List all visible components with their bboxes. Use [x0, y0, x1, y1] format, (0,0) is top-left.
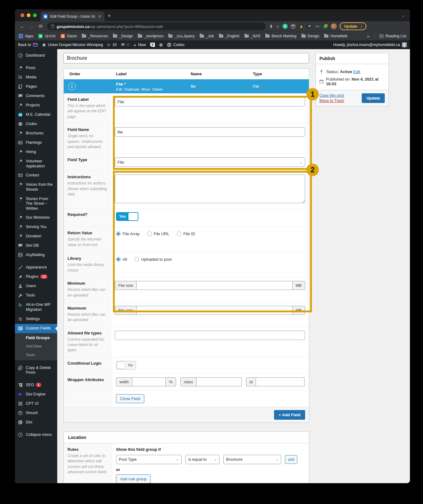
kebab-menu-icon[interactable]: ⋮ [360, 24, 364, 29]
sidebar-item-m-e-calendar[interactable]: M.E. Calendar [15, 110, 57, 119]
sidebar-item-users[interactable]: Users [15, 282, 57, 291]
sidebar-item-acymailing[interactable]: AcyMailing [15, 250, 57, 260]
bookmark-item[interactable]: _wordpress [138, 34, 163, 38]
sidebar-item-smush[interactable]: Smush [15, 408, 57, 418]
media-extension-icon[interactable]: O [307, 24, 312, 29]
sidebar-item-add-new[interactable]: Add New [15, 342, 57, 351]
sidebar-item-tools[interactable]: Tools [15, 351, 57, 360]
bookmarks-overflow-icon[interactable]: » [367, 34, 369, 39]
sidebar-item-seo[interactable]: YSEO 1 [15, 380, 57, 390]
move-field-link[interactable]: Move [142, 87, 150, 91]
devtools-extension-icon[interactable]: </> [315, 24, 320, 29]
field-type-select[interactable]: File⌄ [115, 157, 305, 167]
new-tab-button[interactable]: + [108, 13, 111, 19]
bookmark-star-icon[interactable]: ☆ [276, 24, 280, 29]
howdy-account-item[interactable]: Howdy, jinchul.moon@myhomefield.ca [333, 42, 407, 47]
screenshot-extension-icon[interactable]: 📷 [291, 24, 296, 29]
copy-this-post-link[interactable]: Copy this post [319, 93, 344, 98]
sidebar-item-copy-delete-posts[interactable]: Copy & Delete Posts [15, 363, 57, 377]
sidebar-item-donation[interactable]: Donation [15, 232, 57, 241]
new-content-item[interactable]: +New [133, 42, 146, 48]
sidebar-item-media[interactable]: Media [15, 73, 57, 82]
add-and-rule-button[interactable]: and [285, 455, 297, 464]
bookmark-item[interactable]: _Resources [82, 34, 108, 38]
yoast-seo-item[interactable]: Y [150, 43, 155, 47]
edit-field-link[interactable]: Edit [116, 87, 122, 91]
chrome-update-button[interactable]: Update⋮ [340, 22, 366, 30]
sidebar-item-plugins[interactable]: Plugins 13 [15, 272, 57, 282]
sidebar-item-tools[interactable]: Tools [15, 291, 57, 300]
add-field-button[interactable]: + Add Field [274, 410, 305, 420]
wrapper-id-input[interactable] [256, 377, 304, 386]
password-extension-icon[interactable]: 🔒 [299, 24, 304, 29]
field-name-input[interactable] [115, 127, 305, 137]
close-field-button[interactable]: Close Field [116, 394, 144, 403]
rule-value-select[interactable]: Brochure⌄ [223, 455, 281, 464]
updates-item[interactable]: ⟳15 [107, 43, 117, 47]
sidebar-item-divi-engine[interactable]: Divi Engine [15, 390, 57, 399]
sidebar-item-dashboard[interactable]: Dashboard [15, 51, 57, 60]
comments-item[interactable]: 0 [121, 43, 129, 47]
bookmark-item[interactable]: Bench Marking [265, 34, 296, 38]
close-tab-icon[interactable]: ✕ [97, 14, 102, 19]
sidebar-item-divi[interactable]: DDivi [15, 418, 57, 427]
grammarly-extension-icon[interactable]: G [282, 24, 288, 29]
reload-icon[interactable]: ⟳ [37, 23, 45, 29]
bookmark-item[interactable]: N네이버 [38, 34, 56, 39]
extensions-puzzle-icon[interactable]: 🧩 [323, 24, 328, 29]
radio-library-uploaded[interactable]: Uploaded to post [134, 257, 171, 262]
sidebar-item-collapse-menu[interactable]: Collapse menu [15, 430, 57, 440]
sidebar-item-appearance[interactable]: Appearance [15, 263, 57, 272]
sidebar-item-voices-from-the-streets[interactable]: Voices from the Streets [15, 180, 57, 194]
sidebar-item-all-in-one-wp-migration[interactable]: All-in-One WP Migration [15, 300, 57, 314]
traffic-lights[interactable] [21, 13, 37, 17]
reading-list-button[interactable]: Reading List [379, 34, 406, 38]
maximum-size-input[interactable] [136, 306, 293, 315]
required-toggle[interactable]: Yes [116, 212, 138, 221]
sidebar-item-flamingo[interactable]: Flamingo [15, 138, 57, 147]
radio-library-all[interactable]: All [116, 257, 127, 262]
bookmark-item[interactable]: Design [301, 34, 319, 38]
address-bar[interactable]: gospelmission.ca/wp-admin/post.php?post=… [47, 22, 266, 30]
chevron-down-icon[interactable]: ⌄ [402, 13, 405, 18]
instructions-textarea[interactable] [115, 175, 305, 203]
wrapper-width-input[interactable] [132, 377, 166, 386]
rule-operator-select[interactable]: is equal to⌄ [185, 455, 220, 464]
bookmark-item[interactable]: _css,Jquery [168, 34, 194, 38]
move-to-trash-link[interactable]: Move to Trash [319, 99, 344, 103]
field-group-title-input[interactable] [63, 53, 309, 63]
sidebar-item-volunteer-application[interactable]: Volunteer Application [15, 157, 57, 171]
sidebar-item-cpt-ui[interactable]: CPT UI [15, 399, 57, 408]
sidebar-item-field-groups[interactable]: Field Groups [15, 334, 57, 343]
update-button[interactable]: Update [362, 93, 385, 103]
bookmark-item[interactable]: _Job [200, 34, 214, 38]
minimize-window-button[interactable] [27, 13, 30, 17]
sidebar-item-custom-fields[interactable]: Custom Fields [15, 324, 57, 333]
sidebar-item-projects[interactable]: Projects [15, 101, 57, 110]
sidebar-item-our-ministries[interactable]: Our Ministries [15, 213, 57, 222]
codes-item[interactable]: <>Codes [167, 43, 184, 47]
allowed-types-input[interactable] [115, 331, 305, 340]
sidebar-item-divi-db[interactable]: Divi DB [15, 241, 57, 250]
radio-file-array[interactable]: File Array [116, 231, 140, 236]
profile-avatar[interactable] [331, 23, 337, 29]
field-row-open[interactable]: 1 File * Edit Duplicate Move Delete file… [64, 79, 309, 93]
bookmark-item[interactable]: _English [219, 34, 239, 38]
wrapper-class-input[interactable] [196, 377, 242, 386]
sidebar-item-comments[interactable]: Comments [15, 91, 57, 101]
bookmark-item[interactable]: _Design [113, 34, 133, 38]
back-to-item[interactable]: Back to [18, 43, 38, 47]
back-icon[interactable]: ← [18, 24, 26, 29]
bookmark-item[interactable]: Homefield [324, 34, 347, 38]
field-label-input[interactable] [115, 97, 305, 106]
minimum-size-input[interactable] [136, 281, 293, 290]
sidebar-item-serving-you[interactable]: Serving You [15, 222, 57, 232]
site-menu-item[interactable]: Union Gospel Mission Winnipeg [42, 43, 103, 47]
radio-file-url[interactable]: File URL [147, 231, 170, 236]
duplicate-field-link[interactable]: Duplicate [124, 87, 139, 91]
forward-icon[interactable]: → [27, 24, 35, 29]
share-icon[interactable]: ⬆ [269, 24, 273, 29]
sidebar-item-stories-from-the-street-written[interactable]: Stories From The Street – Written [15, 194, 57, 213]
sidebar-item-pages[interactable]: Pages [15, 82, 57, 91]
add-rule-group-button[interactable]: Add rule group [116, 474, 151, 483]
